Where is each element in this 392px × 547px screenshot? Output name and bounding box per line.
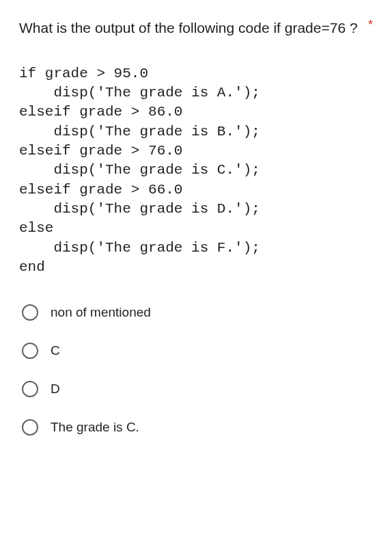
- question-text: What is the output of the following code…: [19, 16, 363, 40]
- option-c[interactable]: C: [19, 332, 373, 370]
- radio-icon: [22, 343, 38, 359]
- question-header: What is the output of the following code…: [19, 16, 373, 40]
- radio-icon: [22, 419, 38, 436]
- option-label: The grade is C.: [51, 420, 139, 435]
- radio-icon: [22, 381, 38, 397]
- option-d[interactable]: D: [19, 370, 373, 408]
- option-non-of-mentioned[interactable]: non of mentioned: [19, 293, 373, 332]
- options-list: non of mentioned C D The grade is C.: [19, 293, 373, 446]
- required-indicator: *: [368, 18, 373, 32]
- radio-icon: [22, 304, 38, 321]
- code-block: if grade > 95.0 disp('The grade is A.');…: [19, 64, 373, 278]
- option-the-grade-is-c[interactable]: The grade is C.: [19, 408, 373, 446]
- option-label: D: [51, 382, 60, 397]
- option-label: C: [51, 343, 60, 358]
- option-label: non of mentioned: [51, 305, 151, 320]
